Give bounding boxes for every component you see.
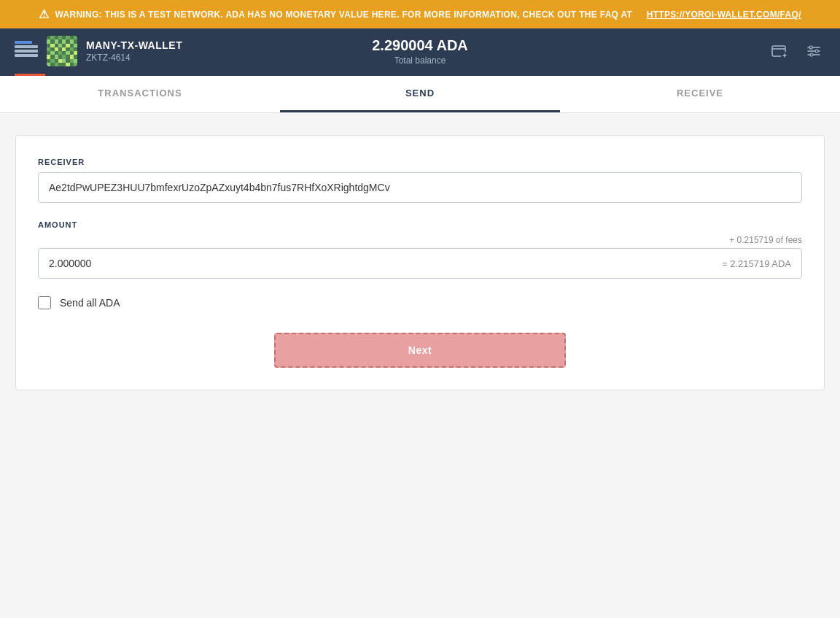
receiver-input[interactable]	[38, 172, 802, 203]
tab-transactions[interactable]: TRANSACTIONS	[0, 76, 280, 112]
amount-input-row: = 2.215719 ADA	[38, 248, 802, 279]
receiver-label: RECEIVER	[38, 158, 802, 166]
wallet-id: ZKTZ-4614	[86, 53, 182, 63]
balance-amount: 2.290004 ADA	[372, 37, 468, 54]
warning-banner: ⚠ WARNING: THIS IS A TEST NETWORK. ADA H…	[0, 0, 840, 28]
next-button[interactable]: Next	[274, 333, 566, 368]
send-all-checkbox[interactable]	[38, 296, 51, 309]
header-left: MANY-TX-WALLET ZKTZ-4614	[15, 36, 182, 66]
amount-label: AMOUNT	[38, 220, 802, 229]
yoroi-logo-icon[interactable]	[15, 39, 38, 63]
warning-text: WARNING: THIS IS A TEST NETWORK. ADA HAS…	[55, 9, 632, 20]
amount-total: = 2.215719 ADA	[722, 258, 801, 269]
send-all-row: Send all ADA	[38, 296, 802, 309]
wallet-avatar	[47, 36, 77, 66]
header-right	[767, 39, 825, 63]
svg-point-10	[815, 50, 818, 53]
send-all-label[interactable]: Send all ADA	[60, 297, 120, 309]
main-content: RECEIVER AMOUNT + 0.215719 of fees = 2.2…	[0, 113, 840, 412]
amount-input[interactable]	[39, 249, 722, 278]
send-form-card: RECEIVER AMOUNT + 0.215719 of fees = 2.2…	[15, 135, 825, 390]
send-receive-icon-btn[interactable]	[767, 39, 790, 63]
warning-link[interactable]: HTTPS://YOROI-WALLET.COM/FAQ/	[647, 9, 801, 20]
receiver-field-group: RECEIVER	[38, 158, 802, 203]
amount-field-group: AMOUNT + 0.215719 of fees = 2.215719 ADA	[38, 220, 802, 279]
settings-icon-btn[interactable]	[802, 39, 825, 63]
fees-label: + 0.215719 of fees	[729, 235, 802, 245]
svg-rect-3	[15, 41, 32, 44]
svg-rect-1	[15, 50, 38, 53]
tab-send[interactable]: SEND	[280, 76, 560, 112]
balance-label: Total balance	[372, 55, 468, 66]
svg-rect-0	[15, 45, 38, 48]
wallet-info: MANY-TX-WALLET ZKTZ-4614	[86, 39, 182, 63]
tabs-container: TRANSACTIONS SEND RECEIVE	[0, 76, 840, 113]
fees-row: + 0.215719 of fees	[38, 235, 802, 245]
svg-point-9	[809, 46, 812, 49]
header-balance: 2.290004 ADA Total balance	[372, 37, 468, 66]
tab-receive[interactable]: RECEIVE	[560, 76, 840, 112]
header: MANY-TX-WALLET ZKTZ-4614 2.290004 ADA To…	[0, 28, 840, 74]
warning-icon: ⚠	[39, 7, 49, 21]
svg-rect-2	[15, 54, 38, 57]
svg-point-11	[810, 53, 813, 56]
nav-active-indicator	[15, 74, 45, 76]
wallet-name: MANY-TX-WALLET	[86, 39, 182, 51]
